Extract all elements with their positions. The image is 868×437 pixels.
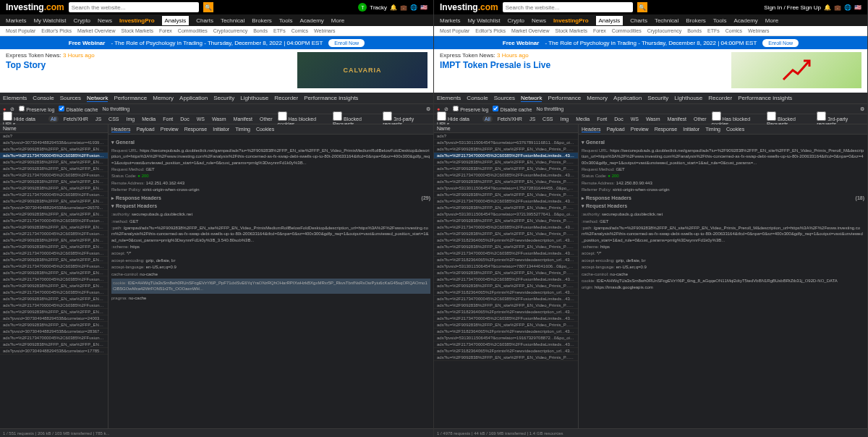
- disable-cache-checkbox[interactable]: Disable cache: [493, 106, 532, 112]
- ad-image[interactable]: CALVARIA: [297, 52, 427, 88]
- nav-item-brokers[interactable]: Brokers: [686, 17, 706, 24]
- flag-icon[interactable]: 🇺🇸: [420, 4, 427, 11]
- subnav-item[interactable]: Stock Markets: [556, 28, 587, 33]
- subnav-item[interactable]: Cryptocurrency: [213, 28, 247, 33]
- request-row[interactable]: ads?iu=%2F3182364065%2Fprimis%2Fnewvideo…: [434, 289, 578, 296]
- nav-item-crypto[interactable]: Crypto: [74, 17, 91, 24]
- request-row[interactable]: ads?iu=%2F217347000045%2C60385%2FFusionM…: [0, 289, 108, 296]
- nav-item-brokers[interactable]: Brokers: [252, 17, 272, 24]
- request-row[interactable]: ads?iu=%2F217347000045%2C60385%2FFusionM…: [0, 218, 108, 224]
- request-row[interactable]: ads?iu=%2F9092838%2FFP_EN_site%2FFP_EN_V…: [0, 224, 108, 231]
- nav-item-charts[interactable]: Charts: [196, 17, 213, 24]
- devtools-tab-security[interactable]: Security: [647, 95, 668, 101]
- filter-js[interactable]: JS: [527, 116, 537, 122]
- request-row[interactable]: ads?iu=%2F9092838%2FFP_EN_site%2FFP_EN_V…: [0, 322, 108, 328]
- request-row[interactable]: ads?pvsid=3073049488294538&correlator=24…: [0, 315, 108, 322]
- headers-body[interactable]: ▾ General Request URL: https://securepub…: [579, 135, 867, 428]
- request-row[interactable]: ads?iu=%2F3182364065%2Fprimis%2Fnewvideo…: [434, 237, 578, 244]
- request-row[interactable]: ads?iu=%2F3182364065%2Fprimis%2Fnewvideo…: [434, 309, 578, 315]
- devtools-tab-elements[interactable]: Elements: [3, 95, 27, 101]
- flag-icon[interactable]: 🇺🇸: [854, 4, 861, 11]
- devtools-tab-network[interactable]: Network: [87, 95, 108, 102]
- request-row[interactable]: ads?iu=%2F3182364065%2Fprimis%2Fnewvideo…: [434, 348, 578, 355]
- story-headline[interactable]: IMPT Token Presale is Live: [440, 60, 726, 70]
- throttling-select[interactable]: No throttling: [102, 106, 129, 111]
- detail-tab-response[interactable]: Response: [655, 127, 678, 132]
- subnav-item[interactable]: Forex: [593, 28, 606, 33]
- devtools-tab-lighthouse[interactable]: Lighthouse: [674, 95, 702, 101]
- request-row[interactable]: ads?iu=%2F9092838%2FFP_EN_site%2FFP_EN_V…: [0, 166, 108, 172]
- detail-tab-payload[interactable]: Payload: [136, 127, 154, 132]
- request-row[interactable]: ads?iu=%2F9092838%2FFP_EN_site%2FFP_EN_V…: [434, 146, 578, 153]
- request-row[interactable]: ads?pvsid=3073049488294538&correlator=17…: [0, 348, 108, 355]
- subnav-item[interactable]: Most Popular: [440, 28, 469, 33]
- request-row[interactable]: ads?iu=%2F9092838%2FFP_EN_site%2FFP_EN_V…: [434, 322, 578, 328]
- response-headers-section[interactable]: ▸ Response Headers (18): [582, 195, 864, 202]
- request-row[interactable]: ads?pvsid=5313011506454?&correlator=1752…: [434, 185, 578, 192]
- devtools-tab-recorder[interactable]: Recorder: [274, 95, 298, 101]
- request-row[interactable]: ads?iu=%2F9092838%2FFP_EN_site%2FFP_EN_V…: [434, 355, 578, 361]
- nav-item-tools[interactable]: Tools: [713, 17, 727, 24]
- search-input[interactable]: [72, 4, 196, 11]
- nav-item-more[interactable]: More: [765, 17, 778, 24]
- portfolio-icon[interactable]: 💼: [834, 4, 841, 11]
- subnav-item[interactable]: Stock Markets: [122, 28, 153, 33]
- request-row[interactable]: ads?iu=%2F9092838%2FFP_EN_site%2FFP_EN_V…: [0, 159, 108, 166]
- request-row[interactable]: ads?pvsid=5313011506454?&correlator=6376…: [434, 140, 578, 146]
- request-row[interactable]: ads?pvsid=5313011506454?&correlator=1916…: [434, 335, 578, 341]
- detail-tab-initiator[interactable]: Initiator: [213, 127, 229, 132]
- request-row[interactable]: ads?iu=%2F217347000045%2C60385%2FFusionM…: [434, 172, 578, 179]
- request-row[interactable]: ads?pvsid=3073049488294538&correlator=28…: [0, 328, 108, 335]
- request-row[interactable]: ads?: [434, 133, 578, 140]
- request-row[interactable]: ads?pvsid=3073049488294538&correlator=41…: [0, 140, 108, 146]
- devtools-tab-console[interactable]: Console: [33, 95, 54, 101]
- subnav-item[interactable]: Editor's Picks: [41, 28, 72, 33]
- nav-item-charts[interactable]: Charts: [630, 17, 647, 24]
- request-row[interactable]: ads?iu=%2F9092838%2FFP_EN_site%2FFP_EN_V…: [0, 341, 108, 348]
- request-row[interactable]: ads?iu=%2F9092838%2FFP_EN_site%2FFP_EN_V…: [0, 270, 108, 276]
- subnav-item[interactable]: Editor's Picks: [475, 28, 506, 33]
- subnav-item[interactable]: Comics: [292, 28, 308, 33]
- search-box[interactable]: [503, 2, 633, 12]
- nav-item-more[interactable]: More: [331, 17, 344, 24]
- devtools-tab-memory[interactable]: Memory: [587, 95, 608, 101]
- filter-other[interactable]: Other: [692, 116, 709, 122]
- nav-item-analysis[interactable]: Analysis: [596, 16, 624, 25]
- request-headers-section[interactable]: ▾ Request Headers: [111, 203, 430, 210]
- devtools-tab-network[interactable]: Network: [521, 95, 542, 102]
- request-row[interactable]: ads?iu=%2F9092838%2FFP_EN_site%2FFP_EN_V…: [434, 218, 578, 224]
- request-row[interactable]: ads?iu=%2F217347000045%2C60385%2FFusionM…: [434, 315, 578, 322]
- request-row[interactable]: ads?iu=%2F9092838%2FFP_EN_site%2FFP_EN_V…: [434, 283, 578, 289]
- devtools-tab-elements[interactable]: Elements: [437, 95, 461, 101]
- request-row[interactable]: ads?iu=%2F217347000045%2C60385%2FFusionM…: [0, 302, 108, 309]
- devtools-tab-sources[interactable]: Sources: [494, 95, 515, 101]
- request-row[interactable]: ads?: [0, 133, 108, 140]
- response-headers-section[interactable]: ▸ Response Headers (29): [111, 195, 430, 202]
- request-row[interactable]: ads?pvsid=5313011506454?&correlator=3721…: [434, 211, 578, 218]
- record-icon[interactable]: ●: [437, 106, 440, 111]
- nav-item-my watchlist[interactable]: My Watchlist: [467, 17, 500, 24]
- request-row[interactable]: ads?iu=%2F9092838%2FFP_EN_site%2FFP_EN_V…: [434, 302, 578, 309]
- search-button[interactable]: 🔍: [203, 2, 213, 12]
- subnav-item[interactable]: Market Overview: [77, 28, 116, 33]
- nav-item-tools[interactable]: Tools: [279, 17, 293, 24]
- request-headers-section[interactable]: ▾ Request Headers: [582, 203, 864, 210]
- subnav-item[interactable]: Bonds: [687, 28, 702, 33]
- nav-item-my watchlist[interactable]: My Watchlist: [33, 17, 66, 24]
- detail-tab-headers[interactable]: Headers: [582, 127, 600, 132]
- request-row[interactable]: ads?iu=%2F217347000045%2C60385%2FFusionM…: [434, 341, 578, 348]
- request-row[interactable]: ads?iu=%2F217347000045%2C60385%2FFusionM…: [434, 276, 578, 283]
- search-button[interactable]: 🔍: [637, 2, 647, 12]
- request-row[interactable]: ads?pvsid=3073049488294538&correlator=26…: [0, 205, 108, 211]
- name-column-header[interactable]: Name: [434, 124, 578, 133]
- request-row[interactable]: ads?iu=%2F9092838%2FFP_EN_site%2FFP_EN_V…: [0, 146, 108, 153]
- disable-cache-checkbox[interactable]: Disable cache: [59, 106, 98, 112]
- detail-tab-headers[interactable]: Headers: [111, 127, 130, 132]
- request-row[interactable]: ads?iu=%2F9092838%2FFP_EN_site%2FFP_EN_V…: [0, 198, 108, 205]
- devtools-tab-performance insights[interactable]: Performance insights: [738, 95, 792, 101]
- subnav-item[interactable]: Market Overview: [511, 28, 550, 33]
- nav-item-academy[interactable]: Academy: [300, 17, 324, 24]
- filter-fetch/xhr[interactable]: Fetch/XHR: [495, 116, 524, 122]
- devtools-tab-performance[interactable]: Performance: [114, 95, 147, 101]
- story-block[interactable]: Express Token News: 3 Hours ago IMPT Tok…: [440, 52, 726, 90]
